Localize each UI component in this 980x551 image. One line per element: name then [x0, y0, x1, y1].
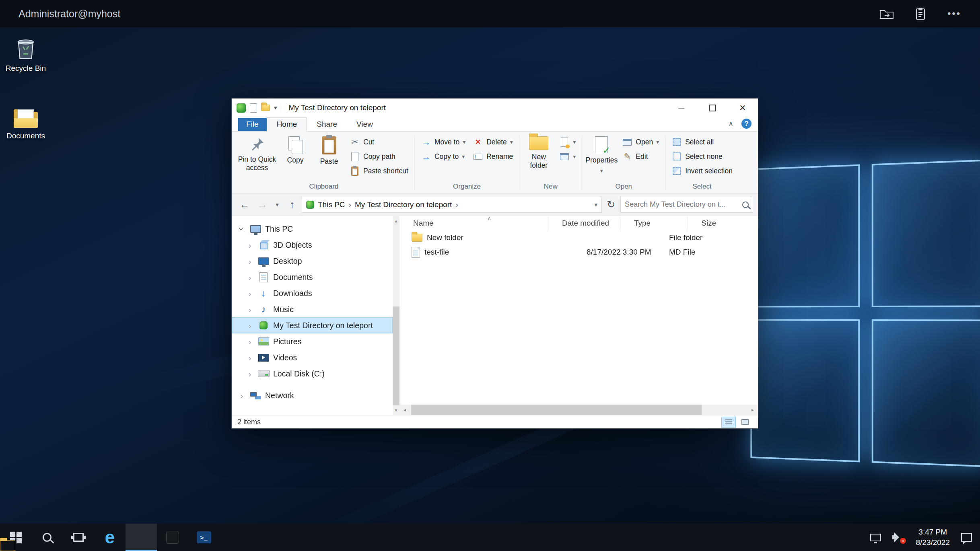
- qat-customize-chevron-icon[interactable]: ▾: [274, 104, 277, 111]
- powershell-button[interactable]: >_: [188, 524, 220, 551]
- rename-button[interactable]: Rename: [469, 149, 517, 164]
- expander-icon[interactable]: ›: [246, 337, 254, 346]
- tab-home[interactable]: Home: [267, 117, 307, 132]
- nav-item-local-disk-c[interactable]: › Local Disk (C:): [232, 366, 393, 382]
- expander-icon[interactable]: ›: [238, 225, 246, 233]
- move-to-button[interactable]: → Move to ▾: [417, 135, 469, 149]
- task-view-button[interactable]: [63, 524, 94, 551]
- breadcrumb[interactable]: This PC › My Test Directory on teleport …: [302, 197, 602, 213]
- address-dropdown-icon[interactable]: ▾: [594, 201, 597, 208]
- details-view-button[interactable]: [721, 417, 736, 428]
- action-center-icon[interactable]: [961, 533, 972, 542]
- scrollbar-track[interactable]: [393, 226, 399, 405]
- select-none-button[interactable]: Select none: [668, 149, 736, 164]
- invert-selection-button[interactable]: Invert selection: [668, 164, 736, 178]
- nav-item-documents[interactable]: › Documents: [232, 269, 393, 285]
- scroll-down-icon[interactable]: ▾: [393, 405, 399, 415]
- close-button[interactable]: ×: [727, 99, 758, 117]
- column-header-type[interactable]: Type: [620, 216, 688, 230]
- videos-icon: [257, 352, 270, 364]
- scrollbar-thumb[interactable]: [393, 306, 399, 405]
- up-button[interactable]: ↑: [284, 197, 300, 213]
- column-header-date-modified[interactable]: Date modified: [548, 216, 620, 230]
- large-icons-view-button[interactable]: [738, 417, 752, 428]
- back-button[interactable]: ←: [237, 197, 253, 213]
- column-header-name[interactable]: ∧ Name: [399, 216, 548, 230]
- select-all-button[interactable]: Select all: [668, 135, 736, 149]
- pin-to-quick-access-button[interactable]: Pin to Quick access: [236, 134, 278, 182]
- file-row-new-folder[interactable]: New folder File folder: [399, 230, 758, 245]
- scrollbar-thumb[interactable]: [411, 405, 702, 415]
- tab-file[interactable]: File: [238, 118, 267, 131]
- tab-view[interactable]: View: [347, 118, 383, 131]
- nav-item-desktop[interactable]: › Desktop: [232, 253, 393, 269]
- new-folder-button[interactable]: New folder: [522, 134, 556, 182]
- nav-item-network[interactable]: › Network: [232, 387, 393, 403]
- desktop-icon-documents[interactable]: Documents: [1, 101, 51, 140]
- expander-icon[interactable]: ›: [246, 305, 254, 314]
- qat-properties-icon[interactable]: [250, 103, 257, 113]
- new-item-button[interactable]: ▾: [556, 135, 579, 149]
- title-bar[interactable]: ▾ My Test Directory on teleport ─ ×: [232, 99, 758, 117]
- expander-icon[interactable]: ›: [238, 391, 246, 400]
- expander-icon[interactable]: ›: [246, 354, 254, 362]
- dark-app-button[interactable]: [157, 524, 188, 551]
- paste-shortcut-button[interactable]: Paste shortcut: [346, 164, 412, 178]
- nav-item-my-test-directory[interactable]: › My Test Directory on teleport: [232, 317, 393, 333]
- volume-muted-icon[interactable]: ×: [892, 532, 904, 543]
- more-options-icon[interactable]: •••: [945, 5, 963, 23]
- taskbar-clock[interactable]: 3:47 PM 8/23/2022: [916, 527, 950, 547]
- edit-button[interactable]: ✎ Edit: [618, 149, 663, 164]
- collapse-ribbon-icon[interactable]: ∧: [729, 119, 733, 128]
- file-row-test-file[interactable]: test-file 8/17/2022 3:30 PM MD File: [399, 245, 758, 259]
- expander-icon[interactable]: ›: [246, 321, 254, 330]
- cut-button[interactable]: ✂ Cut: [346, 135, 412, 149]
- recent-locations-chevron-icon[interactable]: ▾: [272, 197, 282, 213]
- taskbar-search-button[interactable]: [31, 524, 63, 551]
- help-icon[interactable]: ?: [741, 119, 751, 129]
- tab-share[interactable]: Share: [307, 118, 347, 131]
- file-transfer-icon[interactable]: [878, 5, 896, 23]
- internet-explorer-button[interactable]: e: [94, 524, 126, 551]
- paste-button[interactable]: Paste: [312, 134, 346, 182]
- horizontal-scrollbar[interactable]: ◂ ▸: [399, 405, 758, 415]
- nav-item-3d-objects[interactable]: › 3D Objects: [232, 237, 393, 253]
- expander-icon[interactable]: ›: [246, 241, 254, 249]
- file-explorer-button[interactable]: [126, 524, 157, 551]
- delete-button[interactable]: × Delete ▾: [469, 135, 517, 149]
- clipboard-icon[interactable]: [912, 5, 929, 23]
- scroll-right-icon[interactable]: ▸: [747, 407, 758, 413]
- column-header-size[interactable]: Size: [688, 216, 758, 230]
- breadcrumb-current[interactable]: My Test Directory on teleport: [355, 200, 452, 209]
- maximize-button[interactable]: [697, 99, 727, 117]
- nav-item-pictures[interactable]: › Pictures: [232, 333, 393, 350]
- minimize-button[interactable]: ─: [666, 99, 697, 117]
- nav-item-this-pc[interactable]: › This PC: [232, 221, 393, 237]
- display-tray-icon[interactable]: [870, 534, 881, 541]
- breadcrumb-this-pc[interactable]: This PC: [318, 200, 345, 209]
- open-button[interactable]: Open ▾: [618, 135, 663, 149]
- scrollbar-track[interactable]: [410, 405, 747, 415]
- nav-vertical-scrollbar[interactable]: ▴ ▾: [393, 216, 399, 415]
- search-icon[interactable]: [742, 201, 749, 208]
- properties-button[interactable]: ✓ Properties ▾: [585, 134, 618, 182]
- refresh-button[interactable]: ↻: [603, 197, 619, 213]
- scroll-up-icon[interactable]: ▴: [393, 216, 399, 226]
- expander-icon[interactable]: ›: [246, 273, 254, 282]
- forward-button[interactable]: →: [254, 197, 270, 213]
- nav-item-videos[interactable]: › Videos: [232, 350, 393, 366]
- expander-icon[interactable]: ›: [246, 289, 254, 298]
- desktop-icon-recycle-bin[interactable]: Recycle Bin: [1, 34, 51, 73]
- nav-item-music[interactable]: › ♪ Music: [232, 301, 393, 317]
- copy-path-button[interactable]: Copy path: [346, 149, 412, 164]
- expander-icon[interactable]: ›: [246, 370, 254, 378]
- copy-to-button[interactable]: → Copy to ▾: [417, 149, 469, 164]
- ribbon-group-open: ✓ Properties ▾ Open ▾ ✎ Edit: [582, 132, 665, 193]
- easy-access-button[interactable]: ▾: [556, 149, 579, 164]
- copy-button[interactable]: Copy: [278, 134, 312, 182]
- nav-item-downloads[interactable]: › ↓ Downloads: [232, 285, 393, 301]
- search-input[interactable]: [625, 200, 739, 209]
- qat-new-folder-icon[interactable]: [261, 105, 270, 111]
- scroll-left-icon[interactable]: ◂: [399, 407, 410, 413]
- expander-icon[interactable]: ›: [246, 257, 254, 265]
